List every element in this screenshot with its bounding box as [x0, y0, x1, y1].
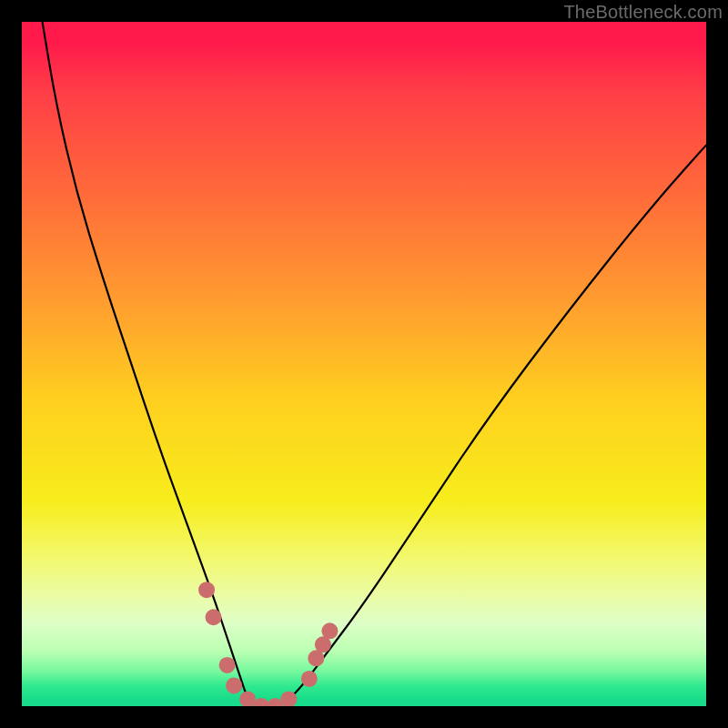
bottleneck-curve [43, 22, 706, 706]
highlight-dot [239, 691, 256, 706]
highlight-dot [226, 677, 242, 693]
watermark-text: TheBottleneck.com [563, 2, 723, 23]
highlight-dot [321, 622, 338, 639]
plot-area [22, 22, 706, 706]
highlight-dot [206, 609, 222, 625]
highlight-dot [198, 581, 215, 598]
highlight-dot [301, 671, 318, 687]
curve-layer [22, 22, 706, 706]
highlight-dot [219, 657, 236, 673]
chart-frame: TheBottleneck.com [0, 0, 728, 728]
highlight-markers [198, 581, 338, 706]
